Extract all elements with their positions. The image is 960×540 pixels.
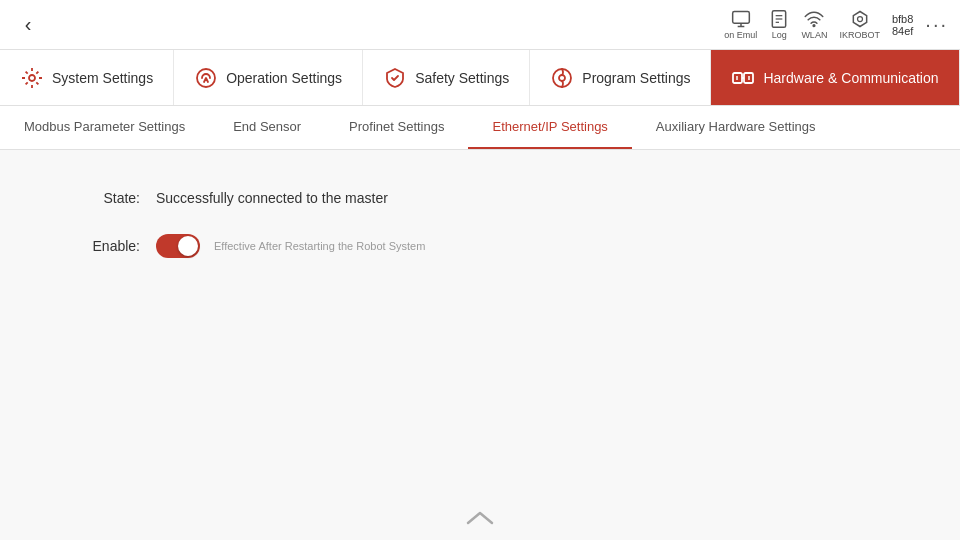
log-label: Log — [772, 30, 787, 40]
svg-rect-14 — [744, 73, 753, 83]
sub-tab-endsensor[interactable]: End Sensor — [209, 106, 325, 149]
tab-hardware-communication[interactable]: Hardware & Communication — [711, 50, 960, 105]
tab-program-label: Program Settings — [582, 70, 690, 86]
sub-tab-ethernetip[interactable]: Ethernet/IP Settings — [468, 106, 631, 149]
state-row: State: Successfully connected to the mas… — [60, 190, 388, 206]
sub-tab-modbus-label: Modbus Parameter Settings — [24, 119, 185, 134]
toggle-container: Effective After Restarting the Robot Sys… — [156, 234, 425, 258]
tab-safety-settings[interactable]: Safety Settings — [363, 50, 530, 105]
tab-hardware-label: Hardware & Communication — [763, 70, 938, 86]
sub-tabs: Modbus Parameter Settings End Sensor Pro… — [0, 106, 960, 150]
tab-system-label: System Settings — [52, 70, 153, 86]
svg-point-8 — [857, 17, 862, 22]
more-button[interactable]: ··· — [925, 13, 948, 36]
back-button[interactable]: ‹ — [12, 9, 44, 41]
robot-icon — [850, 9, 870, 29]
status-bar: ‹ on Emul Log — [0, 0, 960, 50]
enable-label: Enable: — [60, 238, 140, 254]
svg-point-11 — [553, 69, 571, 87]
svg-point-7 — [814, 25, 816, 27]
monitor-icon-group: on Emul — [724, 9, 757, 40]
hardware-comm-icon — [731, 66, 755, 90]
toggle-knob — [178, 236, 198, 256]
sub-tab-modbus[interactable]: Modbus Parameter Settings — [0, 106, 209, 149]
enable-row: Enable: Effective After Restarting the R… — [60, 234, 425, 258]
state-value: Successfully connected to the master — [156, 190, 388, 206]
wlan-icon-group: WLAN — [801, 9, 827, 40]
tab-operation-settings[interactable]: Operation Settings — [174, 50, 363, 105]
nav-tabs: System Settings Operation Settings Safet… — [0, 50, 960, 106]
state-label: State: — [60, 190, 140, 206]
enable-hint: Effective After Restarting the Robot Sys… — [214, 240, 425, 252]
scroll-up-chevron[interactable] — [465, 509, 495, 532]
log-icon — [769, 9, 789, 29]
svg-rect-0 — [733, 12, 750, 24]
system-settings-icon — [20, 66, 44, 90]
sub-tab-profinet[interactable]: Profinet Settings — [325, 106, 468, 149]
sub-tab-auxiliary-label: Auxiliary Hardware Settings — [656, 119, 816, 134]
safety-settings-icon — [383, 66, 407, 90]
tab-system-settings[interactable]: System Settings — [0, 50, 174, 105]
tab-safety-label: Safety Settings — [415, 70, 509, 86]
monitor-icon — [731, 9, 751, 29]
log-icon-group: Log — [769, 9, 789, 40]
device-info: bfb8 84ef — [892, 13, 913, 37]
ikrobot-label: IKROBOT — [839, 30, 880, 40]
ikrobot-icon-group: IKROBOT — [839, 9, 880, 40]
wlan-label: WLAN — [801, 30, 827, 40]
enable-toggle[interactable] — [156, 234, 200, 258]
wifi-icon — [804, 9, 824, 29]
sub-tab-auxiliary[interactable]: Auxiliary Hardware Settings — [632, 106, 840, 149]
svg-rect-13 — [733, 73, 742, 83]
sub-tab-ethernetip-label: Ethernet/IP Settings — [492, 119, 607, 134]
main-content: State: Successfully connected to the mas… — [0, 150, 960, 540]
svg-point-12 — [559, 75, 565, 81]
sub-tab-endsensor-label: End Sensor — [233, 119, 301, 134]
program-settings-icon — [550, 66, 574, 90]
tab-program-settings[interactable]: Program Settings — [530, 50, 711, 105]
svg-point-9 — [29, 75, 35, 81]
device-id-1: bfb8 — [892, 13, 913, 25]
sub-tab-profinet-label: Profinet Settings — [349, 119, 444, 134]
monitor-label: on Emul — [724, 30, 757, 40]
device-id-2: 84ef — [892, 25, 913, 37]
tab-operation-label: Operation Settings — [226, 70, 342, 86]
operation-settings-icon — [194, 66, 218, 90]
